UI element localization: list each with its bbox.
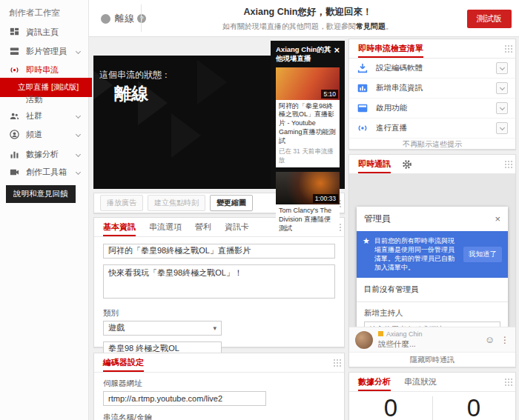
chat-message-input[interactable]: 說些什麼...	[378, 339, 485, 350]
duration-badge: 5:10	[321, 90, 338, 99]
divider	[141, 4, 142, 32]
sidebar: 創作者工作室 資訊主頁 影片管理員 即時串流 立即直播 [測試版] 活動 社群	[0, 0, 89, 420]
server-url-label: 伺服器網址	[103, 379, 335, 389]
download-icon	[357, 62, 368, 74]
decorative-triangle	[197, 60, 227, 104]
community-icon	[9, 110, 20, 121]
drag-handle-icon[interactable]	[505, 45, 506, 47]
chat-messages-area: 管理員 × ★ 目前您的所有即時串流與現場直播是使用同一份管理員清單。先前的管理…	[349, 174, 515, 328]
topbar: 離線 ? Axiang Chin您好，歡迎回來！ 如有關於現場直播的其他問題，歡…	[89, 0, 519, 37]
sidebar-item-create-toolbox[interactable]: 創作工具箱	[0, 163, 89, 181]
checklist-item-enable-features[interactable]: 啟用功能	[349, 99, 515, 119]
messages-per-minute-metric: 0 訊息數/分鐘	[432, 392, 515, 420]
sidebar-item-dashboard[interactable]: 資訊主頁	[0, 23, 89, 41]
status-help-icon[interactable]: ?	[137, 14, 146, 23]
features-icon	[357, 102, 368, 114]
divider	[432, 396, 433, 420]
sidebar-item-video-manager[interactable]: 影片管理員	[0, 42, 89, 60]
chevron-down-icon	[499, 64, 504, 70]
moderators-title: 管理員	[364, 213, 495, 225]
change-thumbnail-button[interactable]: 變更縮圖	[210, 195, 253, 211]
expand-button[interactable]	[496, 102, 508, 114]
studio-title: 創作者工作室	[9, 7, 60, 19]
play-ad-button: 播放廣告	[100, 195, 143, 211]
video-thumbnail: 1:00:33	[276, 172, 340, 204]
dashboard-icon	[9, 27, 20, 38]
stats-tabbar: 數據分析 串流狀況	[349, 373, 515, 392]
gear-icon[interactable]	[401, 159, 413, 170]
encoder-setup-card: 編碼器設定 伺服器網址 串流名稱/金鑰 顯示	[93, 353, 345, 420]
checklist-item-encoder-software[interactable]: 設定編碼軟體	[349, 59, 515, 79]
chat-input-bar: Axiang Chin 說些什麼... ☺ ⋮	[349, 327, 515, 352]
dropdown-arrow-icon: ▾	[213, 324, 216, 332]
stream-status-value: 離線	[114, 82, 148, 105]
chevron-down-icon	[76, 113, 81, 118]
other-streams-panel: Axiang Chin的其他現場直播 × 5:10 阿祥的「拳皇98終極之戰OL…	[271, 41, 345, 189]
stream-title-input[interactable]	[103, 244, 335, 259]
help-feedback-button[interactable]: 說明和意見回饋	[6, 185, 76, 203]
offline-status-dot	[101, 14, 110, 24]
duration-badge: 1:00:33	[313, 194, 338, 203]
drag-handle-icon[interactable]	[505, 379, 506, 380]
category-select[interactable]: 遊戲 ▾	[103, 321, 222, 336]
tab-basic-info[interactable]: 基本資訊	[103, 218, 136, 236]
chevron-down-icon	[499, 84, 504, 90]
live-stream-icon	[9, 64, 20, 76]
stream-key-label: 串流名稱/金鑰	[103, 413, 335, 420]
checklist-item-stream-info[interactable]: 新增串流資訊	[349, 79, 515, 99]
camera-icon	[9, 167, 20, 178]
greeting-title: Axiang Chin您好，歡迎回來！	[156, 6, 460, 19]
encoder-setup-title: 編碼器設定	[103, 353, 144, 372]
chevron-down-icon	[76, 169, 81, 174]
video-title: Tom Clancy's The Division 直播隨便測試	[279, 207, 337, 233]
star-icon: ★	[363, 236, 370, 273]
close-icon[interactable]: ×	[334, 45, 340, 63]
live-chat-card: 即時通訊 管理員 × ★ 目前您的所有即時串流與現場直播是使用同一份管理員清單。…	[348, 154, 516, 367]
server-url-input[interactable]	[103, 391, 266, 406]
avatar	[355, 331, 373, 349]
expand-button[interactable]	[496, 122, 508, 134]
add-moderator-label: 新增主持人	[364, 308, 500, 319]
hide-chat-link[interactable]: 隱藏即時通訊	[349, 352, 515, 367]
kebab-menu-icon[interactable]: ⋮	[500, 335, 509, 345]
tab-stream-health[interactable]: 串流狀況	[404, 373, 437, 391]
no-moderators-text: 目前沒有管理員	[357, 278, 508, 302]
chevron-down-icon	[499, 104, 504, 110]
faq-link[interactable]: 常見問題	[356, 22, 386, 30]
emoji-icon[interactable]: ☺	[485, 334, 495, 345]
video-title: 阿祥的「拳皇98終極之戰OL」直播影片 - Youtube Gaming直播功能…	[279, 102, 337, 145]
tab-analytics[interactable]: 數據分析	[358, 373, 391, 391]
category-label: 類別	[103, 308, 335, 319]
dismiss-tips-link[interactable]: 不再顯示這些提示	[349, 139, 515, 150]
video-manager-icon	[9, 46, 20, 57]
sidebar-item-events[interactable]: 活動	[0, 90, 89, 108]
expand-button[interactable]	[496, 62, 508, 74]
sidebar-item-live-streaming[interactable]: 即時串流	[0, 61, 89, 79]
stream-status: 離線 ?	[101, 12, 146, 25]
tab-monetization[interactable]: 營利	[195, 218, 211, 236]
sidebar-item-analytics[interactable]: 數據分析	[0, 145, 89, 163]
stream-description-input[interactable]: 快來看我玩「拳皇98終極之戰OL」！	[103, 264, 335, 299]
drag-handle-icon[interactable]	[334, 359, 335, 361]
video-meta: 已在 31 天前串流播放	[279, 147, 337, 165]
close-icon[interactable]: ×	[495, 213, 500, 224]
concurrent-viewers-metric: 0 即時觀看人數	[349, 392, 432, 420]
other-stream-item[interactable]: 1:00:33 Tom Clancy's The Division 直播隨便測試	[276, 172, 340, 235]
expand-button[interactable]	[496, 82, 508, 94]
tab-cards[interactable]: 資訊卡	[225, 218, 249, 236]
tab-stream-options[interactable]: 串流選項	[149, 218, 182, 236]
decorative-triangle	[171, 113, 201, 158]
stream-status-prefix: 這個串流的狀態：	[99, 69, 171, 81]
messages-per-minute-value: 0	[432, 395, 515, 420]
other-stream-item[interactable]: 5:10 阿祥的「拳皇98終極之戰OL」直播影片 - Youtube Gamin…	[276, 67, 340, 167]
beta-button[interactable]: 測試版	[467, 10, 512, 28]
analytics-card: 數據分析 串流狀況 0 即時觀看人數 0 訊息數/分鐘	[348, 372, 516, 420]
checklist-item-go-live[interactable]: 進行直播	[349, 119, 515, 139]
chat-title: 即時通訊	[358, 155, 391, 173]
moderators-popup: 管理員 × ★ 目前您的所有即時串流與現場直播是使用同一份管理員清單。先前的管理…	[357, 207, 508, 345]
greeting-subtext: 如有關於現場直播的其他問題，歡迎參閱常見問題。	[156, 21, 460, 32]
got-it-button[interactable]: 我知道了	[463, 247, 502, 262]
sidebar-item-community[interactable]: 社群	[0, 107, 89, 124]
sidebar-item-channel[interactable]: 頻道	[0, 125, 89, 143]
drag-handle-icon[interactable]	[505, 161, 506, 162]
